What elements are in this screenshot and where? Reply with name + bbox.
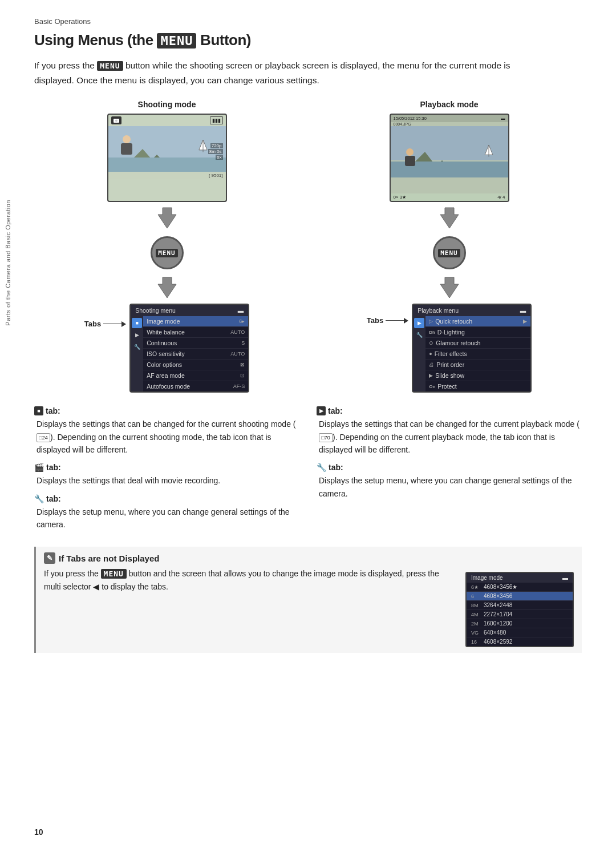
playback-filename: 0004.JPG <box>391 122 508 126</box>
pb-menu-filter: ● Filter effects <box>425 349 530 360</box>
arrow-down-shooting <box>157 207 177 229</box>
setup-tab-text-left: Displays the setup menu, where you can c… <box>37 506 299 531</box>
shooting-mode-label: Shooting mode <box>138 100 196 109</box>
note-box: ✎ If Tabs are not Displayed If you press… <box>34 547 582 653</box>
menu-button-label: MENU <box>157 33 196 49</box>
menu-item-continuous: Continuous S <box>143 338 248 349</box>
tabs-label-shooting: Tabs <box>84 320 101 328</box>
scene-view: 720p 8m 0s 6x <box>108 126 226 172</box>
menu-item-white-balance: White balance AUTO <box>143 327 248 338</box>
arrow-down-playback2 <box>439 276 460 299</box>
ref-box-24: □24 <box>37 433 50 442</box>
play-tab-text: Displays the settings that can be change… <box>319 418 582 456</box>
menu-button-shooting: MENU <box>151 236 184 269</box>
tabs-indicator-shooting: Tabs <box>84 304 126 328</box>
playback-screen: 15/05/2012 15:30 ▬ 0004.JPG <box>390 114 509 202</box>
image-mode-row-5: 2M 1600×1200 <box>467 619 573 628</box>
note-content: If you press the MENU button and the scr… <box>44 567 574 647</box>
playback-setup-tab-desc: 🔧 tab: Displays the setup menu, where yo… <box>317 463 582 500</box>
play-tab-icon: ▶ <box>317 406 326 415</box>
camera-tab-text: Displays the settings that can be change… <box>37 418 299 456</box>
playback-mode-label: Playback mode <box>420 100 479 109</box>
playback-menu-screen: Playback menu ▬ ▶ 🔧 ▷ Quick retouch <box>412 304 532 393</box>
shooting-menu-items: Image mode 6▸ White balance AUTO Continu… <box>143 316 248 391</box>
menu-item-autofocus: Autofocus mode AF-S <box>143 381 248 391</box>
playback-footer: 0× 3★ 4/ 4 <box>391 193 508 201</box>
image-mode-table: Image mode ▬ 6★ 4608×3456★ 6 4608×3456 8… <box>465 572 574 647</box>
tabs-indicator-playback: Tabs <box>367 304 408 325</box>
shooting-tab-setup: 🔧 <box>132 342 142 352</box>
setup-tab-heading-right: 🔧 tab: <box>317 463 582 472</box>
image-mode-row-1: 6★ 4608×3456★ <box>467 583 573 592</box>
playback-header: 15/05/2012 15:30 ▬ <box>391 115 508 122</box>
note-heading: ✎ If Tabs are not Displayed <box>44 552 574 564</box>
image-mode-row-7: 16 4608×2592 <box>467 637 573 646</box>
playback-menu-tabs: ▶ 🔧 <box>413 316 425 391</box>
camera-mode-icon <box>111 116 121 124</box>
camera-tab-icon: ■ <box>34 406 43 415</box>
shooting-setup-tab-desc: 🔧 tab: Displays the setup menu, where yo… <box>34 494 299 531</box>
menu-button-playback: MENU <box>433 236 466 269</box>
image-mode-row-2: 6 4608×3456 <box>467 592 573 601</box>
shooting-mode-diagram: Shooting mode ▮▮▮ <box>34 100 299 393</box>
sidebar-label: Parts of the Camera and Basic Operation <box>5 200 11 326</box>
playback-tab-setup: 🔧 <box>414 330 424 340</box>
shooting-camera-tab-desc: ■ tab: Displays the settings that can be… <box>34 406 299 456</box>
note-icon: ✎ <box>44 552 55 564</box>
setup-tab-heading-left: 🔧 tab: <box>34 494 299 503</box>
shooting-tab-descriptions: ■ tab: Displays the settings that can be… <box>34 406 299 538</box>
camera-hud: 720p 8m 0s 6x <box>208 143 223 160</box>
shooting-screen: ▮▮▮ 720p 8m 0s <box>107 114 227 202</box>
shooting-menu-tabs: ■ ▶ 🔧 <box>131 316 143 391</box>
camera-bottom-hud: [ 9501] <box>108 172 226 179</box>
page-title: Using Menus (the MENU Button) <box>34 31 582 49</box>
shooting-menu-container: Tabs Shooting menu ▬ ■ ▶ 🔧 <box>34 304 299 393</box>
diagrams-section: Shooting mode ▮▮▮ <box>34 100 582 393</box>
img-icon-6: VG <box>471 630 480 636</box>
playback-menu-header: Playback menu ▬ <box>413 305 530 316</box>
menu-item-iso: ISO sensitivity AUTO <box>143 349 248 360</box>
img-icon-1: 6★ <box>471 584 480 590</box>
setup-tab-text-right: Displays the setup menu, where you can c… <box>319 474 582 500</box>
setup-tab-icon-left: 🔧 <box>34 494 44 503</box>
movie-tab-heading: 🎬 tab: <box>34 463 299 472</box>
menu-button-text-pb: MENU <box>438 249 460 257</box>
image-mode-header: Image mode ▬ <box>467 573 573 583</box>
menu-item-image-mode: Image mode 6▸ <box>143 316 248 327</box>
ref-box-70: □70 <box>319 433 333 442</box>
img-icon-5: 2M <box>471 621 480 627</box>
shooting-menu-screen: Shooting menu ▬ ■ ▶ 🔧 Image mode 6▸ <box>129 304 249 393</box>
img-icon-3: 8M <box>471 603 480 608</box>
playback-menu-items: ▷ Quick retouch ▶ Dh D-Lighting <box>425 316 530 391</box>
pb-menu-quick-retouch: ▷ Quick retouch ▶ <box>425 316 530 327</box>
note-text: If you press the MENU button and the scr… <box>44 567 445 593</box>
image-mode-row-3: 8M 3264×2448 <box>467 601 573 610</box>
menu-item-color: Color options ⊠ <box>143 360 248 370</box>
svg-point-1 <box>115 120 117 122</box>
shooting-menu-header: Shooting menu ▬ <box>131 305 248 316</box>
img-icon-7: 16 <box>471 639 480 645</box>
playback-scene <box>391 126 508 177</box>
setup-tab-icon-right: 🔧 <box>317 463 326 472</box>
img-icon-2: 6 <box>471 593 480 599</box>
image-mode-row-4: 4M 2272×1704 <box>467 610 573 619</box>
battery-icon: ▮▮▮ <box>210 116 223 124</box>
menu-inline-text: MENU <box>97 61 123 71</box>
svg-marker-4 <box>158 208 176 228</box>
menu-item-af-area: AF area mode ⊡ <box>143 370 248 381</box>
shooting-tab-camera: ■ <box>132 318 142 328</box>
playback-mode-diagram: Playback mode 15/05/2012 15:30 ▬ 0004.JP… <box>317 100 582 393</box>
pb-menu-protect: On Protect <box>425 381 530 391</box>
menu-inline-note: MENU <box>101 569 127 579</box>
arrow-down-playback <box>439 207 460 229</box>
arrow-down-shooting2 <box>157 276 177 299</box>
movie-tab-text: Displays the settings that deal with mov… <box>37 474 299 487</box>
playback-menu-container: Tabs Playback menu ▬ ▶ 🔧 <box>317 304 582 393</box>
page-number: 10 <box>34 827 43 837</box>
image-mode-row-6: VG 640×480 <box>467 628 573 637</box>
playback-tab-descriptions: ▶ tab: Displays the settings that can be… <box>317 406 582 538</box>
svg-marker-5 <box>158 277 176 298</box>
intro-paragraph: If you press the MENU button while the s… <box>34 58 548 87</box>
note-title: If Tabs are not Displayed <box>59 554 159 563</box>
svg-marker-9 <box>440 277 459 298</box>
